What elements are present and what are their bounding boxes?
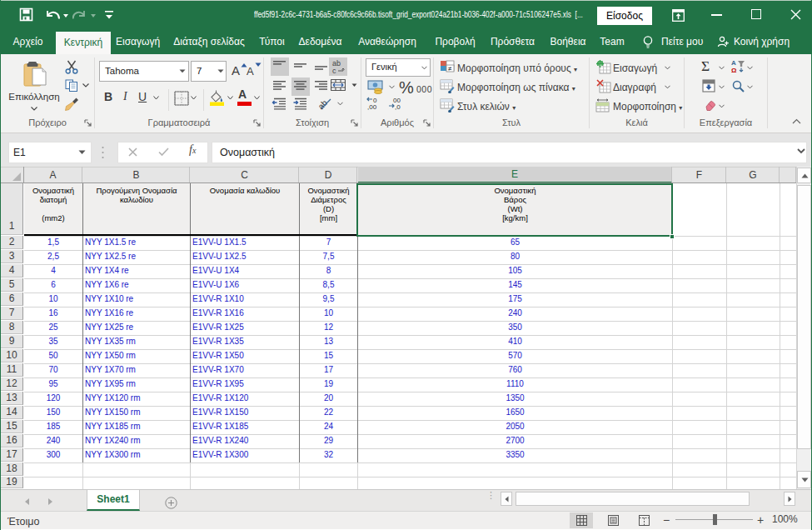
svg-text:A: A bbox=[731, 59, 736, 67]
svg-text:≠: ≠ bbox=[448, 65, 452, 72]
svg-text:c: c bbox=[332, 67, 336, 75]
svg-text:ab: ab bbox=[319, 98, 329, 110]
svg-text:,0: ,0 bbox=[395, 103, 401, 111]
svg-text:Ω: Ω bbox=[731, 67, 737, 73]
svg-text:,00: ,00 bbox=[367, 103, 377, 111]
